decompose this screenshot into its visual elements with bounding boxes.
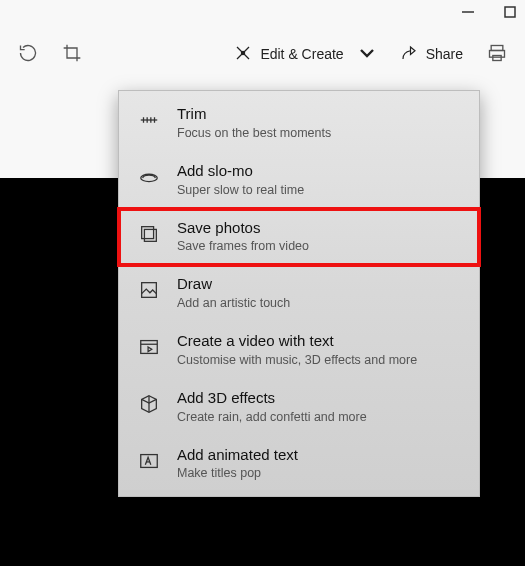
menu-item-subtitle: Save frames from video	[177, 239, 309, 253]
crop-button[interactable]	[62, 43, 82, 66]
animated-text-icon	[137, 449, 161, 473]
menu-item-subtitle: Make titles pop	[177, 466, 298, 480]
cube-icon	[137, 392, 161, 416]
menu-item-video-text[interactable]: Create a video with text Customise with …	[119, 322, 479, 379]
menu-item-subtitle: Create rain, add confetti and more	[177, 410, 367, 424]
edit-create-label: Edit & Create	[260, 46, 343, 62]
share-label: Share	[426, 46, 463, 62]
svg-rect-4	[490, 50, 505, 57]
menu-item-slomo[interactable]: Add slo-mo Super slow to real time	[119, 152, 479, 209]
maximize-button[interactable]	[503, 5, 517, 23]
toolbar: Edit & Create Share	[0, 28, 525, 80]
menu-item-subtitle: Add an artistic touch	[177, 296, 290, 310]
menu-item-title: Trim	[177, 105, 331, 124]
crop-icon	[62, 43, 82, 66]
menu-item-draw[interactable]: Draw Add an artistic touch	[119, 265, 479, 322]
print-icon	[487, 43, 507, 66]
svg-rect-13	[142, 226, 154, 238]
svg-rect-14	[142, 283, 157, 298]
minimize-button[interactable]	[461, 5, 475, 23]
menu-item-trim[interactable]: Trim Focus on the best moments	[119, 95, 479, 152]
menu-item-title: Draw	[177, 275, 290, 294]
menu-item-title: Add slo-mo	[177, 162, 304, 181]
svg-rect-12	[144, 229, 156, 241]
menu-item-title: Save photos	[177, 219, 309, 238]
print-button[interactable]	[487, 43, 507, 66]
menu-item-title: Add animated text	[177, 446, 298, 465]
share-icon	[400, 44, 418, 65]
menu-item-title: Create a video with text	[177, 332, 417, 351]
share-button[interactable]: Share	[400, 44, 463, 65]
draw-icon	[137, 278, 161, 302]
video-text-icon	[137, 335, 161, 359]
save-photos-icon	[137, 222, 161, 246]
menu-item-3d-effects[interactable]: Add 3D effects Create rain, add confetti…	[119, 379, 479, 436]
menu-item-subtitle: Customise with music, 3D effects and mor…	[177, 353, 417, 367]
trim-icon	[137, 108, 161, 132]
slomo-icon	[137, 165, 161, 189]
svg-rect-5	[493, 55, 501, 60]
edit-create-button[interactable]: Edit & Create	[234, 44, 375, 65]
rotate-button[interactable]	[18, 43, 38, 66]
titlebar	[0, 0, 525, 28]
chevron-down-icon	[358, 44, 376, 65]
menu-item-subtitle: Super slow to real time	[177, 183, 304, 197]
svg-rect-3	[491, 45, 503, 50]
menu-item-save-photos[interactable]: Save photos Save frames from video	[119, 209, 479, 266]
menu-item-title: Add 3D effects	[177, 389, 367, 408]
svg-rect-1	[505, 7, 515, 17]
rotate-icon	[18, 43, 38, 66]
menu-item-animated-text[interactable]: Add animated text Make titles pop	[119, 436, 479, 493]
edit-create-menu: Trim Focus on the best moments Add slo-m…	[118, 90, 480, 497]
edit-create-icon	[234, 44, 252, 65]
menu-item-subtitle: Focus on the best moments	[177, 126, 331, 140]
svg-marker-17	[148, 347, 152, 352]
